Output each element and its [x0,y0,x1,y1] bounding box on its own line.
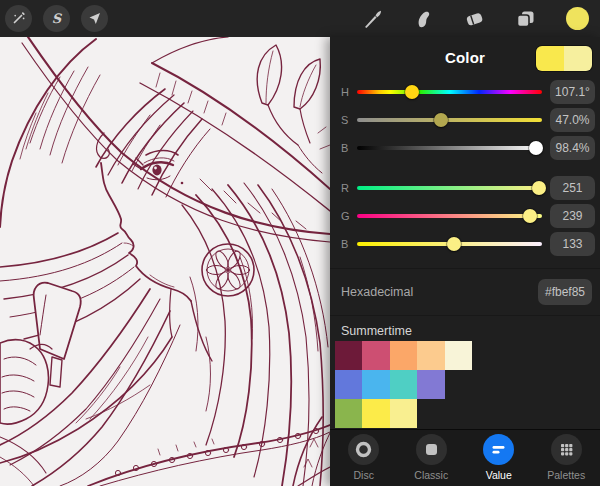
disc-icon [348,434,379,465]
tab-disc[interactable]: Disc [330,430,398,486]
hsb-b-slider-row: B98.4% [330,134,600,162]
hsb-h-value[interactable]: 107.1° [550,80,595,104]
palette-swatch[interactable] [335,399,362,428]
magic-wand-icon [11,11,26,26]
palette-swatch[interactable] [445,341,472,370]
top-toolbar: S [0,0,600,38]
tab-label: Disc [354,469,374,481]
palette-swatch[interactable] [335,370,362,399]
color-panel: Color H107.1°S47.0%B98.4% R251G239B133 H… [330,37,600,486]
hsb-s-slider-row: S47.0% [330,106,600,134]
rgb-g-slider[interactable] [357,214,542,218]
palette-swatch[interactable] [390,370,417,399]
hsb-sliders: H107.1°S47.0%B98.4% [330,78,600,162]
hexadecimal-row: Hexadecimal #fbef85 [330,268,600,316]
palette-swatch[interactable] [390,399,417,428]
classic-icon [416,434,447,465]
transform-arrow-icon [87,11,102,26]
drawing-canvas[interactable] [0,37,330,486]
rgb-b-slider[interactable] [357,242,542,246]
hexadecimal-value[interactable]: #fbef85 [538,279,592,305]
selection-button[interactable]: S [43,5,70,32]
current-color-half [564,46,592,71]
tab-label: Palettes [547,469,585,481]
hsb-s-label: S [341,114,351,126]
tab-label: Classic [414,469,448,481]
hexadecimal-label: Hexadecimal [341,285,413,299]
palette-row [335,399,595,428]
palette-swatch[interactable] [362,370,389,399]
brush-icon[interactable] [362,8,383,29]
layers-icon[interactable] [515,8,536,29]
rgb-r-slider-thumb[interactable] [532,181,546,195]
canvas-artwork [0,37,330,486]
palettes-icon [551,434,582,465]
palette-swatch[interactable] [335,341,362,370]
hsb-b-value[interactable]: 98.4% [550,136,595,160]
hsb-b-slider-thumb[interactable] [529,141,543,155]
palette-row [335,370,595,399]
previous-color-half [536,46,564,71]
palette-grid [335,341,595,428]
tab-value[interactable]: Value [465,430,533,486]
rgb-g-slider-thumb[interactable] [523,209,537,223]
current-color-swatch[interactable] [536,46,592,71]
palette-row [335,341,595,370]
rgb-g-value[interactable]: 239 [550,204,595,228]
smudge-icon[interactable] [413,8,434,29]
tab-classic[interactable]: Classic [398,430,466,486]
hsb-h-slider-thumb[interactable] [405,85,419,99]
adjustments-button[interactable] [5,5,32,32]
tab-label: Value [486,469,512,481]
rgb-b-slider-thumb[interactable] [447,237,461,251]
palette-swatch[interactable] [362,399,389,428]
hsb-b-slider[interactable] [357,146,542,150]
hsb-s-slider-thumb[interactable] [434,113,448,127]
hsb-b-label: B [341,142,351,154]
procreate-app: S [0,0,600,486]
palette-swatch[interactable] [390,341,417,370]
rgb-r-label: R [341,182,351,194]
rgb-r-slider[interactable] [357,186,542,190]
palette-swatch[interactable] [362,341,389,370]
rgb-g-label: G [341,210,351,222]
color-mode-tabbar: DiscClassicValuePalettes [330,429,600,486]
palette-name: Summertime [341,324,412,338]
selection-s-icon: S [49,11,64,26]
rgb-r-slider-row: R251 [330,174,600,202]
transform-button[interactable] [81,5,108,32]
palette-swatch[interactable] [417,341,444,370]
tab-palettes[interactable]: Palettes [533,430,600,486]
rgb-g-slider-row: G239 [330,202,600,230]
rgb-sliders: R251G239B133 [330,174,600,258]
rgb-b-label: B [341,238,351,250]
hsb-h-slider-row: H107.1° [330,78,600,106]
active-color-swatch[interactable] [566,7,589,30]
hsb-s-value[interactable]: 47.0% [550,108,595,132]
value-icon [483,434,514,465]
color-panel-header: Color [330,37,600,77]
hsb-h-label: H [341,86,351,98]
rgb-b-value[interactable]: 133 [550,232,595,256]
eraser-icon[interactable] [464,8,485,29]
rgb-b-slider-row: B133 [330,230,600,258]
palette-swatch[interactable] [417,370,444,399]
hsb-h-slider[interactable] [357,90,542,94]
svg-text:S: S [52,11,63,26]
hsb-s-slider[interactable] [357,118,542,122]
rgb-r-value[interactable]: 251 [550,176,595,200]
